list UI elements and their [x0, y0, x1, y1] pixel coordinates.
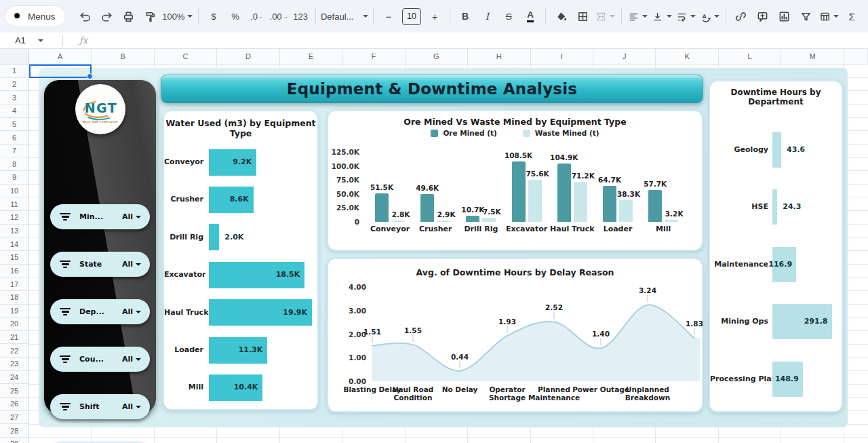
borders-button[interactable]: [572, 7, 593, 26]
row-header[interactable]: 4: [0, 104, 29, 118]
row-header[interactable]: 3: [0, 91, 29, 104]
row-header[interactable]: 23: [0, 358, 29, 371]
zoom-select[interactable]: 100%: [161, 7, 195, 26]
insert-link-button[interactable]: [730, 7, 752, 26]
row-header[interactable]: 27: [0, 411, 29, 425]
text-wrap-button[interactable]: [674, 7, 698, 26]
increase-decimals-button[interactable]: .00→: [268, 7, 290, 26]
menus-button[interactable]: Menus: [5, 6, 65, 26]
column-header[interactable]: A: [29, 49, 92, 64]
legend-swatch: [523, 130, 530, 137]
percent-label: %: [231, 12, 239, 22]
filter-pill-dep[interactable]: Dep...All: [50, 299, 150, 324]
row-header[interactable]: 24: [0, 371, 29, 385]
decrease-font-size-button[interactable]: −: [378, 7, 399, 26]
row-header[interactable]: 16: [0, 265, 29, 278]
filter-icon: [59, 355, 71, 364]
column-header[interactable]: D: [217, 49, 279, 64]
create-filter-button[interactable]: [795, 7, 817, 26]
font-size-input[interactable]: 10: [402, 8, 421, 25]
column-header[interactable]: J: [593, 49, 656, 64]
column-header[interactable]: I: [531, 49, 593, 64]
column-header[interactable]: F: [342, 49, 405, 64]
table-icon: [819, 10, 831, 23]
column-header[interactable]: C: [155, 49, 217, 64]
downtime-by-department-chart[interactable]: Downtime Hours by Department Geology43.6…: [709, 80, 843, 412]
bar-category-label: Conveyor: [164, 157, 203, 166]
filter-pill-cou[interactable]: Cou...All: [50, 347, 150, 372]
row-header[interactable]: 1: [0, 64, 29, 78]
column-header[interactable]: E: [280, 49, 342, 64]
row-header[interactable]: 15: [0, 251, 29, 265]
row-header[interactable]: 10: [0, 185, 29, 198]
row-header[interactable]: 11: [0, 197, 29, 211]
column-header[interactable]: [844, 49, 868, 64]
bold-button[interactable]: B: [454, 7, 476, 26]
row-header[interactable]: 7: [0, 145, 29, 158]
column-header[interactable]: L: [719, 49, 781, 64]
filter-pill-state[interactable]: StateAll: [50, 252, 150, 277]
text-color-button[interactable]: A: [519, 7, 541, 26]
column-header[interactable]: K: [656, 49, 718, 64]
paint-format-button[interactable]: [140, 7, 161, 26]
row-header[interactable]: 5: [0, 118, 29, 132]
filter-icon: [800, 10, 812, 23]
name-box[interactable]: A1: [0, 36, 58, 45]
slicer-panel[interactable]: NGT NEXT GEN TEMPLATES Min...AllStateAll…: [44, 80, 156, 414]
row-header[interactable]: 20: [0, 317, 29, 331]
row-header[interactable]: 14: [0, 237, 29, 251]
chevron-down-icon: [690, 15, 696, 18]
row-header[interactable]: 9: [0, 171, 29, 185]
font-select[interactable]: Defaul...: [320, 7, 369, 26]
more-formats-button[interactable]: 123: [290, 7, 311, 26]
ore-vs-waste-chart[interactable]: Ore Mined Vs Waste Mined by Equipment Ty…: [327, 110, 703, 251]
downtime-by-delay-chart[interactable]: Avg. of Downtime Hours by Delay Reason 4…: [327, 258, 703, 412]
fill-color-button[interactable]: [550, 7, 572, 26]
row-header[interactable]: 25: [0, 384, 29, 398]
row-header[interactable]: 26: [0, 398, 29, 411]
print-button[interactable]: [118, 7, 140, 26]
format-percent-button[interactable]: %: [224, 7, 246, 26]
row-header[interactable]: 17: [0, 277, 29, 291]
active-cell-selection: [29, 64, 92, 78]
row-header[interactable]: 22: [0, 344, 29, 358]
row-header[interactable]: 19: [0, 305, 29, 318]
row-header[interactable]: 21: [0, 331, 29, 345]
row-header[interactable]: 18: [0, 291, 29, 305]
increase-font-size-button[interactable]: +: [424, 7, 446, 26]
table-button[interactable]: [817, 7, 841, 26]
text-color-label: A: [527, 10, 534, 22]
horizontal-align-button[interactable]: [626, 7, 650, 26]
functions-button[interactable]: Σ: [841, 7, 863, 26]
insert-comment-button[interactable]: [752, 7, 774, 26]
row-header[interactable]: 6: [0, 131, 29, 145]
format-currency-button[interactable]: $: [203, 7, 224, 26]
filter-pill-shift[interactable]: ShiftAll: [50, 394, 150, 419]
italic-button[interactable]: I: [476, 7, 498, 26]
row-header[interactable]: 12: [0, 211, 29, 225]
column-header[interactable]: M: [781, 49, 844, 64]
vertical-align-button[interactable]: [650, 7, 673, 26]
merge-cells-button[interactable]: [593, 7, 617, 26]
decrease-decimals-button[interactable]: .0←: [246, 7, 268, 26]
column-header[interactable]: B: [92, 49, 154, 64]
column-header[interactable]: H: [468, 49, 530, 64]
row-header[interactable]: 29: [0, 438, 29, 443]
text-rotation-button[interactable]: A: [698, 7, 722, 26]
row-header[interactable]: 13: [0, 225, 29, 238]
column-header[interactable]: G: [406, 49, 468, 64]
chevron-down-icon: [38, 39, 43, 42]
water-used-chart[interactable]: Water Used (m3) by Equipment Type Convey…: [163, 110, 319, 410]
select-all-corner[interactable]: [0, 49, 29, 64]
filter-pill-min[interactable]: Min...All: [50, 204, 150, 229]
row-header[interactable]: 8: [0, 157, 29, 171]
insert-chart-button[interactable]: [774, 7, 795, 26]
row-header[interactable]: 28: [0, 424, 29, 438]
row-header[interactable]: 2: [0, 78, 29, 92]
chart-legend: Ore Mined (t) Waste Mined (t): [328, 129, 702, 137]
dashboard-title-banner[interactable]: Equipment & Downtime Analysis: [161, 75, 703, 103]
strikethrough-button[interactable]: S: [498, 7, 519, 26]
undo-button[interactable]: [75, 7, 96, 26]
redo-button[interactable]: [96, 7, 118, 26]
fx-icon[interactable]: ƒx: [79, 35, 87, 45]
